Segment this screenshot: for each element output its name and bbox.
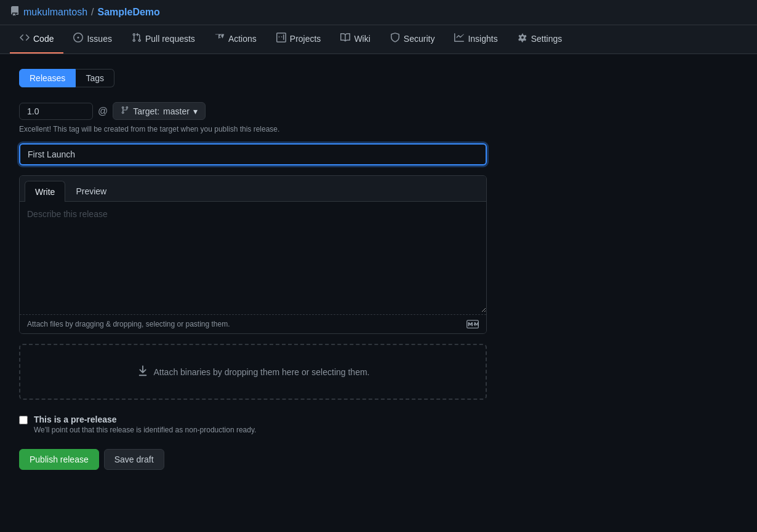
tab-code[interactable]: Code — [10, 25, 63, 54]
releases-tags-toggle: Releases Tags — [19, 69, 738, 87]
editor-wrapper: Write Preview Attach files by dragging &… — [19, 175, 487, 334]
save-draft-button[interactable]: Save draft — [104, 449, 164, 470]
issues-icon — [73, 33, 83, 45]
tab-projects[interactable]: Projects — [266, 25, 331, 54]
tab-actions[interactable]: Actions — [205, 25, 266, 54]
tab-issues[interactable]: Issues — [63, 25, 121, 54]
settings-icon — [518, 33, 527, 45]
releases-toggle-btn[interactable]: Releases — [19, 69, 76, 87]
tag-helper-text: Excellent! This tag will be created from… — [19, 125, 738, 133]
wiki-icon — [340, 33, 350, 45]
code-icon — [20, 33, 30, 45]
release-description-textarea[interactable] — [20, 202, 486, 312]
branch-icon — [121, 106, 129, 116]
tab-settings[interactable]: Settings — [508, 25, 572, 54]
tab-actions-label: Actions — [228, 34, 257, 44]
publish-release-button[interactable]: Publish release — [19, 449, 99, 470]
prerelease-section: This is a pre-release We'll point out th… — [19, 415, 738, 434]
tag-row: @ Target: master ▾ — [19, 102, 738, 120]
header: mukulmantosh / SampleDemo — [0, 0, 757, 25]
release-title-input[interactable] — [19, 143, 487, 165]
repo-owner[interactable]: mukulmantosh — [23, 7, 87, 18]
tab-security-label: Security — [404, 34, 435, 44]
prerelease-checkbox[interactable] — [19, 416, 28, 424]
prerelease-desc: We'll point out that this release is ide… — [34, 426, 256, 434]
tab-projects-label: Projects — [290, 34, 321, 44]
tab-security[interactable]: Security — [380, 25, 445, 54]
insights-icon — [454, 33, 464, 45]
attach-binaries-area[interactable]: Attach binaries by dropping them here or… — [19, 344, 487, 400]
tags-toggle-btn[interactable]: Tags — [76, 69, 114, 87]
tab-wiki[interactable]: Wiki — [330, 25, 380, 54]
markdown-icon — [467, 320, 479, 328]
editor-tabs: Write Preview — [20, 176, 486, 202]
projects-icon — [276, 33, 286, 45]
attach-files-text: Attach files by dragging & dropping, sel… — [27, 320, 230, 328]
prerelease-label-group: This is a pre-release We'll point out th… — [34, 415, 256, 434]
chevron-down-icon: ▾ — [193, 106, 198, 116]
repo-separator: / — [91, 7, 94, 18]
prerelease-label[interactable]: This is a pre-release — [34, 415, 117, 424]
tab-pull-requests-label: Pull requests — [145, 34, 195, 44]
tab-settings-label: Settings — [531, 34, 563, 44]
repo-path: mukulmantosh / SampleDemo — [10, 6, 160, 18]
tab-pull-requests[interactable]: Pull requests — [122, 25, 205, 54]
preview-tab[interactable]: Preview — [65, 181, 117, 201]
target-branch-name: master — [163, 106, 190, 116]
pull-requests-icon — [132, 33, 142, 45]
security-icon — [390, 33, 400, 45]
nav-tabs: Code Issues Pull requests Actions — [0, 25, 757, 54]
tab-code-label: Code — [33, 34, 54, 44]
download-icon — [137, 365, 149, 379]
target-label: Target: — [133, 106, 159, 116]
write-tab[interactable]: Write — [25, 181, 65, 202]
action-buttons: Publish release Save draft — [19, 449, 738, 470]
actions-icon — [215, 33, 225, 45]
attach-files-bar: Attach files by dragging & dropping, sel… — [20, 314, 486, 333]
tab-issues-label: Issues — [87, 34, 111, 44]
tag-version-input[interactable] — [19, 103, 93, 120]
tab-insights-label: Insights — [468, 34, 497, 44]
at-symbol: @ — [98, 106, 108, 117]
tab-wiki-label: Wiki — [354, 34, 370, 44]
target-branch-btn[interactable]: Target: master ▾ — [113, 102, 206, 120]
attach-binaries-text: Attach binaries by dropping them here or… — [154, 367, 370, 377]
repo-icon — [10, 6, 20, 18]
tab-insights[interactable]: Insights — [444, 25, 507, 54]
repo-name[interactable]: SampleDemo — [98, 7, 160, 18]
main-content: Releases Tags @ Target: master ▾ Excelle… — [9, 54, 748, 485]
